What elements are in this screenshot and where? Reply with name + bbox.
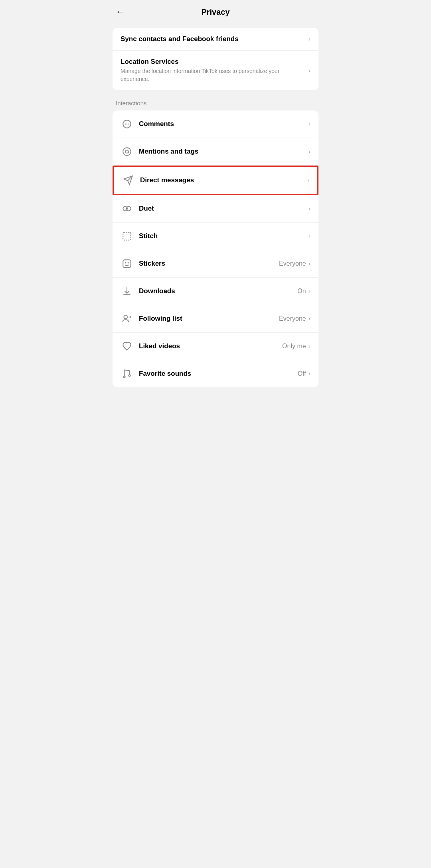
sync-contacts-item[interactable]: Sync contacts and Facebook friends ›	[113, 28, 318, 51]
comments-label: Comments	[139, 120, 308, 128]
header: ← Privacy	[108, 0, 323, 24]
downloads-icon	[121, 285, 133, 298]
direct-messages-chevron: ›	[307, 177, 309, 184]
location-services-subtitle: Manage the location information TikTok u…	[121, 67, 304, 83]
stitch-label: Stitch	[139, 232, 308, 240]
duet-item[interactable]: Duet ›	[113, 195, 318, 223]
following-list-chevron: ›	[308, 315, 310, 322]
back-button[interactable]: ←	[116, 7, 125, 17]
location-services-title: Location Services	[121, 58, 304, 66]
svg-point-4	[123, 148, 131, 156]
svg-point-15	[123, 376, 125, 378]
stickers-chevron: ›	[308, 260, 310, 267]
stickers-label: Stickers	[139, 260, 279, 268]
svg-rect-10	[123, 232, 131, 240]
downloads-label: Downloads	[139, 287, 297, 295]
sync-contacts-chevron: ›	[308, 36, 310, 43]
duet-icon	[121, 202, 133, 215]
duet-chevron: ›	[308, 205, 310, 212]
sync-contacts-title: Sync contacts and Facebook friends	[121, 35, 304, 43]
svg-point-2	[127, 124, 128, 125]
downloads-chevron: ›	[308, 288, 310, 295]
svg-point-5	[125, 150, 129, 153]
following-list-value: Everyone	[279, 315, 306, 322]
liked-videos-icon	[121, 340, 133, 353]
comments-item[interactable]: Comments ›	[113, 110, 318, 138]
liked-videos-item[interactable]: Liked videos Only me ›	[113, 333, 318, 360]
liked-videos-value: Only me	[282, 343, 306, 350]
liked-videos-label: Liked videos	[139, 342, 282, 350]
page-title: Privacy	[201, 8, 229, 17]
stickers-item[interactable]: Stickers Everyone ›	[113, 250, 318, 278]
following-list-label: Following list	[139, 315, 279, 323]
downloads-item[interactable]: Downloads On ›	[113, 278, 318, 305]
dm-icon	[122, 174, 134, 187]
comments-chevron: ›	[308, 120, 310, 128]
location-services-chevron: ›	[308, 67, 310, 74]
svg-point-3	[128, 124, 129, 125]
stitch-icon	[121, 230, 133, 243]
svg-point-1	[125, 124, 126, 125]
liked-videos-chevron: ›	[308, 343, 310, 350]
mentions-tags-item[interactable]: Mentions and tags ›	[113, 138, 318, 166]
following-list-icon	[121, 312, 133, 325]
duet-label: Duet	[139, 205, 308, 213]
at-icon	[121, 145, 133, 158]
svg-point-12	[125, 262, 126, 263]
svg-point-16	[129, 375, 130, 376]
stitch-chevron: ›	[308, 233, 310, 240]
direct-messages-label: Direct messages	[140, 176, 307, 184]
stickers-icon	[121, 257, 133, 270]
mentions-tags-chevron: ›	[308, 148, 310, 155]
top-settings-card: Sync contacts and Facebook friends › Loc…	[113, 28, 318, 90]
location-services-item[interactable]: Location Services Manage the location in…	[113, 51, 318, 90]
downloads-value: On	[297, 288, 306, 295]
favorite-sounds-chevron: ›	[308, 370, 310, 377]
mentions-tags-label: Mentions and tags	[139, 148, 308, 156]
interactions-section-label: Interactions	[108, 94, 323, 109]
favorite-sounds-item[interactable]: Favorite sounds Off ›	[113, 360, 318, 387]
following-list-item[interactable]: Following list Everyone ›	[113, 305, 318, 333]
svg-point-13	[128, 262, 129, 263]
favorite-sounds-icon	[121, 367, 133, 380]
favorite-sounds-value: Off	[298, 370, 306, 377]
direct-messages-item[interactable]: Direct messages ›	[113, 166, 318, 195]
svg-point-14	[124, 316, 127, 319]
interactions-card: Comments › Mentions and tags › Direct me…	[113, 110, 318, 387]
svg-rect-11	[123, 260, 131, 268]
stickers-value: Everyone	[279, 260, 306, 267]
stitch-item[interactable]: Stitch ›	[113, 223, 318, 250]
comments-icon	[121, 118, 133, 130]
favorite-sounds-label: Favorite sounds	[139, 370, 298, 378]
